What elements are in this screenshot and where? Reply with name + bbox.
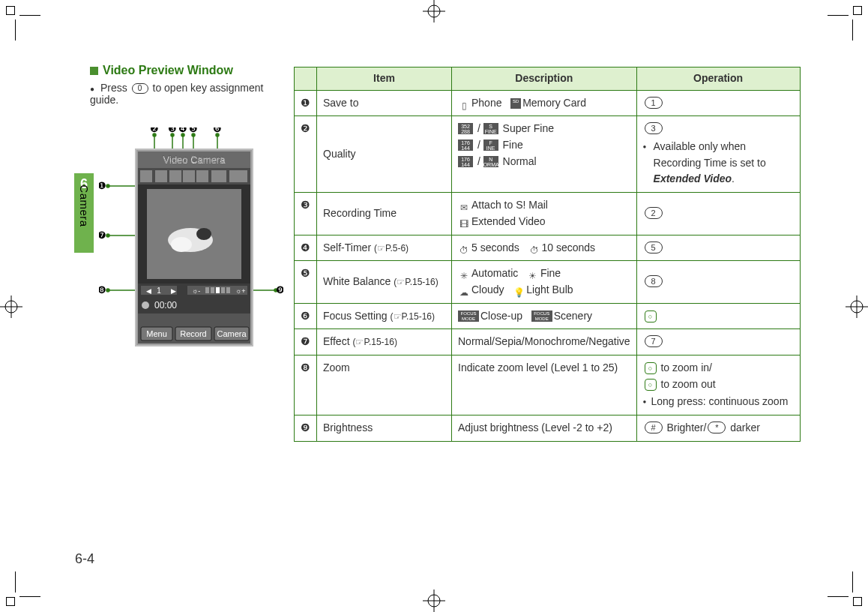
svg-point-13	[106, 184, 109, 188]
row-index: ❹	[295, 235, 317, 261]
svg-rect-47	[183, 170, 195, 182]
registration-mark-right	[846, 296, 868, 318]
svg-point-56	[171, 237, 192, 252]
svg-point-55	[196, 228, 211, 240]
table-row: ❼ Effect (☞P.15-16) Normal/Sepia/Monochr…	[295, 329, 801, 356]
svg-rect-50	[229, 170, 247, 182]
svg-rect-65	[211, 287, 214, 293]
svg-text:❾: ❾	[276, 284, 283, 296]
svg-text:❺: ❺	[189, 128, 198, 134]
nav-up-key-icon	[645, 362, 657, 374]
svg-text:▶: ▶	[171, 287, 176, 295]
svg-point-27	[106, 289, 109, 292]
mail-attach-icon: ✉	[458, 201, 470, 212]
row-index: ❻	[295, 303, 317, 329]
registration-mark-top	[423, 0, 445, 22]
row-desc: ✳Automatic ☀Fine ☁Cloudy 💡Light Bulb	[452, 261, 637, 303]
key-zero-icon: 0	[132, 83, 148, 94]
focus-scenery-icon: FOCUSMODE	[531, 310, 552, 322]
timer-10-icon: ⏱	[528, 244, 540, 254]
svg-rect-67	[221, 287, 225, 293]
crop-mark-bottom-right	[828, 572, 862, 606]
svg-text:1: 1	[157, 286, 161, 295]
page-ref: (☞P.5-6)	[374, 242, 409, 256]
svg-text:◀: ◀	[146, 287, 151, 295]
nav-down-key-icon	[645, 379, 657, 391]
row-op: 1	[636, 90, 800, 116]
extended-video-icon: 🎞	[458, 218, 470, 228]
svg-text:Record: Record	[180, 329, 206, 338]
svg-rect-49	[211, 170, 226, 182]
row-desc: ⏱5 seconds ⏱10 seconds	[452, 235, 637, 261]
row-item: Zoom	[317, 355, 452, 415]
fine-icon: FINE	[483, 140, 498, 151]
row-desc: ▯Phone SDMemory Card	[452, 90, 637, 116]
svg-text:Menu: Menu	[146, 329, 167, 338]
svg-rect-48	[196, 170, 208, 182]
row-index: ❼	[295, 329, 317, 356]
res-176b-icon: 176144	[458, 156, 473, 167]
crop-mark-bottom-left	[6, 572, 40, 606]
focus-closeup-icon: FOCUSMODE	[458, 310, 479, 322]
svg-text:☼-: ☼-	[192, 287, 200, 295]
svg-text:☼+: ☼+	[235, 287, 246, 295]
row-index: ❺	[295, 261, 317, 303]
header-description: Description	[452, 68, 637, 91]
table-header-row: Item Description Operation	[295, 68, 801, 91]
row-desc: 352288 / SFINE Super Fine 176144 / FINE …	[452, 116, 637, 193]
svg-text:Camera: Camera	[217, 329, 247, 338]
header-item: Item	[317, 68, 452, 91]
wb-bulb-icon: 💡	[513, 286, 525, 296]
table-row: ❾ Brightness Adjust brightness (Level -2…	[295, 416, 801, 442]
row-item: Save to	[317, 90, 452, 116]
svg-point-25	[106, 234, 109, 237]
timer-5-icon: ⏱	[458, 244, 470, 254]
table-row: ❷ Quality 352288 / SFINE Super Fine 1761…	[295, 116, 801, 193]
registration-mark-bottom	[423, 590, 445, 612]
key-7-icon: 7	[645, 335, 663, 347]
svg-rect-66	[216, 287, 220, 293]
svg-point-71	[142, 302, 149, 309]
chapter-tab: 6 Camera	[74, 173, 94, 253]
page: 6 Camera Video Preview Window ● Press 0 …	[0, 0, 868, 612]
phone-icon: ▯	[458, 99, 470, 110]
sd-card-icon: SD	[510, 98, 521, 109]
table-row: ❽ Zoom Indicate zoom level (Level 1 to 2…	[295, 355, 801, 415]
svg-rect-64	[205, 287, 209, 293]
row-item: Recording Time	[317, 193, 452, 235]
table-row: ❹ Self-Timer (☞P.5-6) ⏱5 seconds ⏱10 sec…	[295, 235, 801, 261]
svg-text:❻: ❻	[213, 128, 222, 134]
res-352-icon: 352288	[458, 123, 473, 134]
row-index: ❶	[295, 90, 317, 116]
svg-rect-44	[140, 170, 152, 182]
row-item: Effect (☞P.15-16)	[317, 329, 452, 356]
row-op: # Brighter/* darker	[636, 416, 800, 442]
heading-sub-prefix: Press	[100, 82, 127, 94]
heading-subtitle: ● Press 0 to open key assignment guide.	[90, 82, 286, 106]
chapter-label: Camera	[78, 184, 91, 226]
svg-rect-45	[155, 170, 167, 182]
table-row: ❸ Recording Time ✉Attach to S! Mail 🎞Ext…	[295, 193, 801, 235]
svg-text:❼: ❼	[99, 230, 106, 241]
row-op: 3 Available only when Recording Time is …	[636, 116, 800, 193]
heading-title: Video Preview Window	[103, 64, 233, 77]
wb-auto-icon: ✳	[458, 269, 470, 280]
row-op: 2	[636, 193, 800, 235]
row-index: ❾	[295, 416, 317, 442]
row-item: Brightness	[317, 416, 452, 442]
row-desc: Adjust brightness (Level -2 to +2)	[452, 416, 637, 442]
key-hash-icon: #	[645, 422, 663, 434]
row-desc: FOCUSMODEClose-up FOCUSMODEScenery	[452, 303, 637, 329]
header-operation: Operation	[636, 68, 800, 91]
svg-text:❹: ❹	[178, 128, 187, 134]
key-2-icon: 2	[645, 207, 663, 219]
svg-point-0	[428, 5, 440, 17]
table-row: ❻ Focus Setting (☞P.15-16) FOCUSMODEClos…	[295, 303, 801, 329]
crop-mark-top-left	[6, 6, 40, 40]
header-blank	[295, 68, 317, 91]
registration-mark-left	[0, 296, 22, 318]
key-5-icon: 5	[645, 242, 663, 254]
section-heading: Video Preview Window ● Press 0 to open k…	[90, 64, 286, 106]
svg-point-9	[851, 301, 863, 313]
row-desc: Normal/Sepia/Monochrome/Negative	[452, 329, 637, 356]
